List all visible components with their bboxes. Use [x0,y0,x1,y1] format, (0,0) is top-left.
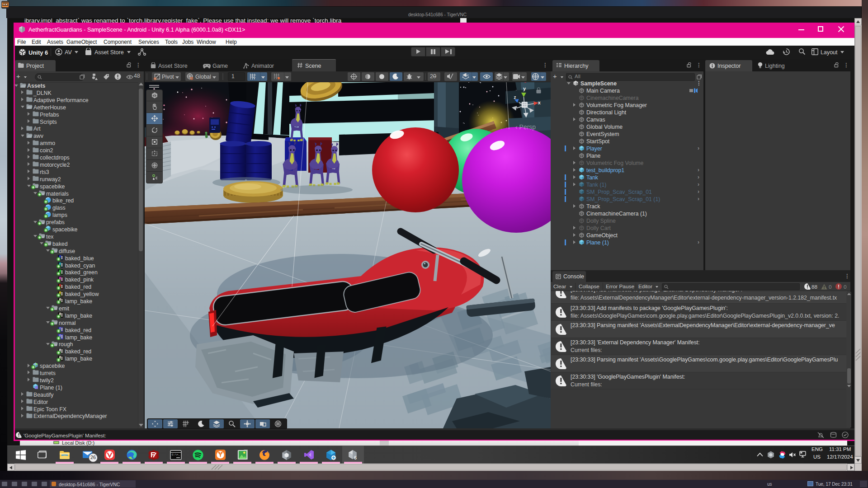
svg-text:z: z [514,95,516,100]
svg-text:Y: Y [253,76,255,80]
svg-text:C:\>_: C:\>_ [172,453,180,456]
svg-text:x: x [538,100,541,105]
svg-text:y: y [523,86,526,91]
svg-text:6: 6 [354,455,357,460]
svg-text:‹ Persp: ‹ Persp [515,123,536,131]
